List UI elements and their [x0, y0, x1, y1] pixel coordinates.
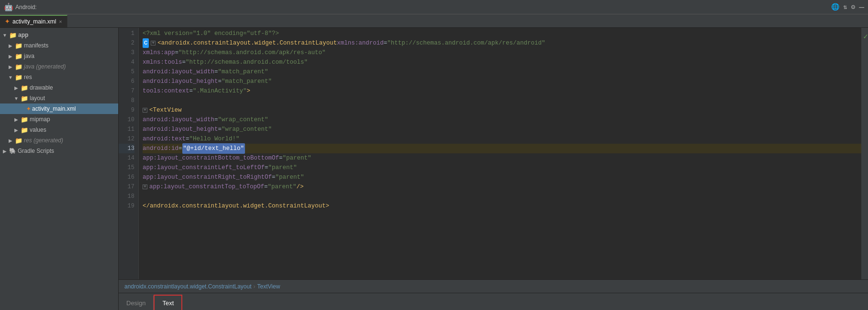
- token-xml-tag-name: TextView: [153, 105, 182, 115]
- sidebar-label-activity-main: activity_main.xml: [32, 105, 76, 112]
- token-xml-attr-name: android:layout_width: [143, 115, 214, 125]
- title-bar-icons: 🌐 ⇅ ⚙ —: [831, 3, 864, 11]
- sidebar-label-res-gen: res (generated): [24, 137, 63, 144]
- sidebar-item-gradle[interactable]: ▶ 🐘 Gradle Scripts: [0, 146, 118, 156]
- token-xml-string: "parent": [268, 182, 297, 192]
- tab-design[interactable]: Design: [119, 296, 154, 310]
- token-xml-attr-name: xmlns:tools: [143, 57, 182, 67]
- code-line-13: 💡 android:id="@+id/text_hello": [143, 144, 861, 153]
- folder-icon-app: 📁: [9, 32, 17, 39]
- tab-close-button[interactable]: ×: [59, 19, 62, 24]
- sidebar-item-drawable[interactable]: ▶ 📁 drawable: [0, 82, 118, 93]
- breadcrumb-constraint-layout[interactable]: androidx.constraintlayout.widget.Constra…: [124, 283, 252, 290]
- token-xml-attr-name: android:text: [143, 134, 186, 144]
- token-xml-string: "Hello World!": [189, 134, 240, 144]
- code-line-4: xmlns:tools="http://schemas.android.com/…: [143, 57, 861, 67]
- globe-icon[interactable]: 🌐: [831, 3, 839, 11]
- token-xml-string: "match_parent": [218, 67, 268, 77]
- token-xml-equal: =: [189, 86, 193, 96]
- token-xml-attr-name: xmlns:app: [143, 48, 175, 57]
- line-number-14: 14: [119, 153, 134, 163]
- folder-icon-mipmap: 📁: [21, 116, 28, 123]
- token-xml-pi: <?xml version="1.0" encoding="utf-8"?>: [143, 29, 279, 38]
- code-panel: 12345678910111213141516171819 <?xml vers…: [119, 28, 868, 279]
- tab-file-icon: ✦: [5, 18, 10, 25]
- fold-marker-line-9[interactable]: ▼: [143, 108, 147, 113]
- sidebar-label-java: java: [24, 53, 34, 59]
- sidebar-label-java-gen: java (generated): [24, 63, 66, 70]
- sidebar-item-java-gen[interactable]: ▶ 📁 java (generated): [0, 61, 118, 72]
- settings-icon[interactable]: ⚙: [851, 3, 855, 11]
- token-xml-bracket: >: [247, 86, 251, 96]
- tab-design-label: Design: [126, 299, 145, 307]
- code-line-16: app:layout_constraintRight_toRightOf="pa…: [143, 172, 861, 182]
- sidebar-item-mipmap[interactable]: ▶ 📁 mipmap: [0, 114, 118, 125]
- token-xml-string: "http://schemas.android.com/apk/res-auto…: [178, 48, 326, 57]
- fold-marker-line-2[interactable]: ▼: [151, 41, 156, 46]
- main-layout: ▼ 📁 app ▶ 📁 manifests ▶ 📁 java ▶ 📁 java …: [0, 28, 868, 310]
- sidebar-item-layout[interactable]: ▼ 📁 layout: [0, 93, 118, 103]
- token-xml-string: "parent": [276, 172, 304, 182]
- folder-icon-java: 📁: [15, 53, 22, 60]
- folder-icon-manifests: 📁: [15, 42, 22, 49]
- code-line-11: android:layout_height="wrap_content": [143, 125, 861, 134]
- c-badge-line-2: C: [143, 38, 149, 48]
- token-xml-equal: =: [264, 182, 268, 192]
- arrow-res: ▼: [8, 74, 13, 80]
- line-numbers: 12345678910111213141516171819: [119, 28, 139, 279]
- bulb-icon-line-13[interactable]: 💡: [139, 145, 140, 154]
- token-xml-equal: =: [178, 144, 182, 153]
- tab-activity-main[interactable]: ✦ activity_main.xml ×: [0, 15, 67, 27]
- code-line-18: [143, 192, 861, 201]
- token-xml-attr-name: android:layout_height: [143, 125, 218, 134]
- token-xml-string: "http://schemas.android.com/apk/res/andr…: [387, 38, 545, 48]
- arrow-java: ▶: [8, 53, 13, 59]
- minus-icon[interactable]: —: [859, 3, 864, 11]
- code-content[interactable]: <?xml version="1.0" encoding="utf-8"?>C▼…: [139, 28, 861, 279]
- token-xml-string: "match_parent": [222, 77, 272, 86]
- line-number-7: 7: [119, 86, 134, 96]
- token-xml-string: ": [243, 86, 247, 96]
- arrow-app: ▼: [2, 32, 8, 38]
- code-line-19: </androidx.constraintlayout.widget.Const…: [143, 201, 861, 211]
- title-bar-title: Android:: [15, 4, 37, 11]
- folder-icon-res: 📁: [15, 74, 22, 81]
- tab-label: activity_main.xml: [12, 18, 56, 25]
- token-xml-equal: =: [214, 115, 218, 125]
- sidebar-item-manifests[interactable]: ▶ 📁 manifests: [0, 40, 118, 51]
- sidebar-label-res: res: [24, 74, 32, 80]
- sidebar-label-app: app: [18, 32, 28, 38]
- fold-marker-line-17[interactable]: ▼: [143, 184, 147, 189]
- line-number-18: 18: [119, 192, 134, 201]
- token-xml-attr-name: xmlns:android: [337, 38, 384, 48]
- line-number-5: 5: [119, 67, 134, 77]
- sidebar-label-manifests: manifests: [24, 42, 48, 49]
- line-number-11: 11: [119, 125, 134, 134]
- token-xml-equal: =: [182, 57, 186, 67]
- line-number-10: 10: [119, 115, 134, 125]
- sidebar-item-app[interactable]: ▼ 📁 app: [0, 30, 118, 40]
- line-number-17: 17: [119, 182, 134, 192]
- token-xml-tag-name: androidx.constraintlayout.widget.Constra…: [150, 201, 326, 211]
- folder-icon-drawable: 📁: [21, 84, 28, 92]
- code-line-1: <?xml version="1.0" encoding="utf-8"?>: [143, 29, 861, 38]
- android-icon: 🤖: [4, 2, 13, 12]
- token-xml-equal: =: [218, 125, 222, 134]
- code-line-17: ▼ app:layout_constraintTop_toTopOf="pare…: [143, 182, 861, 192]
- breadcrumb-textview[interactable]: TextView: [257, 283, 280, 290]
- sidebar-item-java[interactable]: ▶ 📁 java: [0, 51, 118, 61]
- folder-icon-layout: 📁: [21, 95, 28, 102]
- sidebar-label-layout: layout: [30, 95, 45, 102]
- selected-text: "@+id/text_hello": [182, 143, 245, 154]
- sidebar-item-values[interactable]: ▶ 📁 values: [0, 125, 118, 135]
- token-xml-equal: =: [175, 48, 179, 57]
- tab-text[interactable]: Text: [154, 295, 182, 310]
- editor-area: 12345678910111213141516171819 <?xml vers…: [119, 28, 868, 310]
- token-xml-attr-name: app:layout_constraintRight_toRightOf: [143, 172, 272, 182]
- xml-file-icon: ✦: [26, 106, 31, 112]
- sidebar-item-res[interactable]: ▼ 📁 res: [0, 72, 118, 82]
- sidebar-item-res-gen[interactable]: ▶ 📁 res (generated): [0, 135, 118, 146]
- sidebar-item-activity-main[interactable]: ✦ activity_main.xml: [0, 103, 118, 114]
- line-number-9: 9: [119, 105, 134, 115]
- arrows-icon[interactable]: ⇅: [843, 3, 847, 11]
